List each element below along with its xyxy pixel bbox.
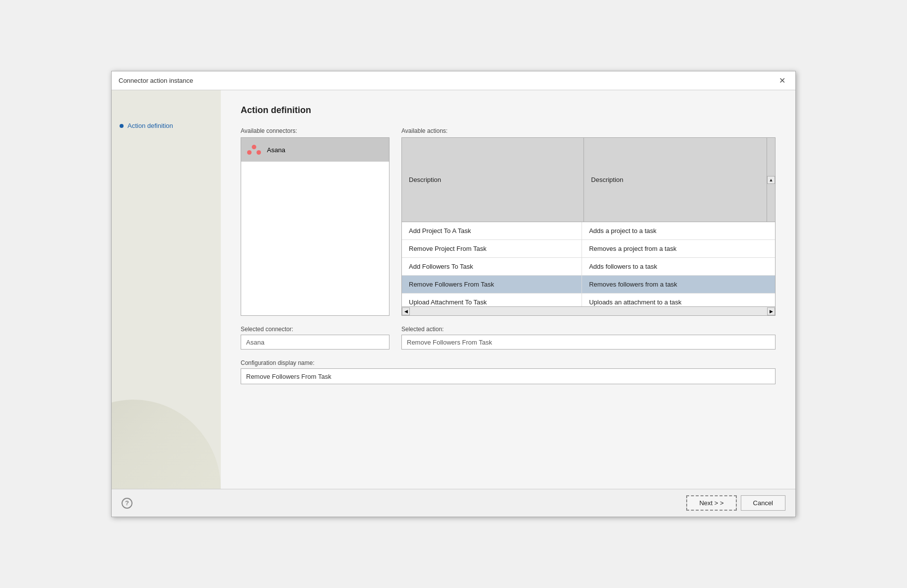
sidebar-item-label: Action definition [128,122,173,129]
action-name: Upload Attachment To Task [402,294,582,306]
asana-logo [247,145,261,155]
asana-dot-left [247,150,252,155]
table-row[interactable]: Remove Project From Task Removes a proje… [402,240,775,258]
hscroll-track [410,307,767,315]
table-scroll-area[interactable]: Add Project To A Task Adds a project to … [402,222,775,306]
table-row[interactable]: Add Project To A Task Adds a project to … [402,222,775,240]
section-title: Action definition [241,105,776,116]
asana-dot-right [257,150,261,155]
asana-dot-top [252,145,257,149]
hscroll-left-btn[interactable]: ◀ [402,307,410,315]
help-button[interactable]: ? [122,498,132,509]
action-description: Adds followers to a task [582,258,775,276]
dialog-footer: ? Next > > Cancel [112,489,795,517]
cancel-button[interactable]: Cancel [741,495,785,511]
selected-connector-section: Selected connector: [241,326,389,350]
selected-action-label: Selected action: [401,326,776,333]
selected-action-section: Selected action: [401,326,776,350]
actions-table-body: Add Project To A Task Adds a project to … [402,222,775,306]
selected-row: Selected connector: Selected action: [241,326,776,350]
actions-table-container: Description Description ▲ [401,137,776,316]
asana-icon [246,142,262,158]
config-section: Configuration display name: [241,359,776,384]
action-description: Removes followers from a task [582,276,775,294]
footer-buttons: Next > > Cancel [686,495,785,511]
sidebar: Action definition [112,90,221,489]
selected-connector-input[interactable] [241,335,389,350]
selected-action-input[interactable] [401,335,776,350]
available-actions-label: Available actions: [401,127,776,134]
horizontal-scrollbar[interactable]: ◀ ▶ [402,306,775,315]
close-button[interactable]: ✕ [776,76,788,86]
sidebar-dot-icon [120,124,124,128]
actions-data-table: Add Project To A Task Adds a project to … [402,222,775,306]
hscroll-right-btn[interactable]: ▶ [767,307,775,315]
actions-table-header: Description Description ▲ [402,138,775,222]
col-header-description: Description [402,138,584,222]
action-description: Removes a project from a task [582,240,775,258]
action-name: Remove Followers From Task [402,276,582,294]
actions-panel: Available actions: Description Descripti… [401,127,776,316]
next-button[interactable]: Next > > [686,495,736,511]
scroll-header: ▲ [767,138,776,222]
action-name: Add Project To A Task [402,222,582,240]
sidebar-decoration [112,340,221,489]
table-row-selected[interactable]: Remove Followers From Task Removes follo… [402,276,775,294]
sidebar-item-action-definition[interactable]: Action definition [120,120,213,131]
columns-row: Available connectors: Asana [241,127,776,316]
action-description: Uploads an attachment to a task [582,294,775,306]
dialog-body: Action definition Action definition Avai… [112,90,795,489]
config-display-name-input[interactable] [241,368,776,384]
connector-name: Asana [267,146,285,154]
selected-connector-label: Selected connector: [241,326,389,333]
actions-table: Description Description ▲ [402,138,775,222]
dialog-title: Connector action instance [119,77,193,84]
title-bar: Connector action instance ✕ [112,71,795,90]
col-header-description2: Description [584,138,767,222]
action-name: Remove Project From Task [402,240,582,258]
connector-action-dialog: Connector action instance ✕ Action defin… [111,71,796,517]
main-content: Action definition Available connectors: [221,90,795,489]
available-connectors-label: Available connectors: [241,127,389,134]
config-display-name-label: Configuration display name: [241,359,776,366]
scroll-up-btn[interactable]: ▲ [767,176,775,184]
connectors-list[interactable]: Asana [241,137,389,316]
connector-item-asana[interactable]: Asana [241,138,389,162]
connectors-panel: Available connectors: Asana [241,127,389,316]
action-description: Adds a project to a task [582,222,775,240]
action-name: Add Followers To Task [402,258,582,276]
table-row[interactable]: Add Followers To Task Adds followers to … [402,258,775,276]
table-row[interactable]: Upload Attachment To Task Uploads an att… [402,294,775,306]
